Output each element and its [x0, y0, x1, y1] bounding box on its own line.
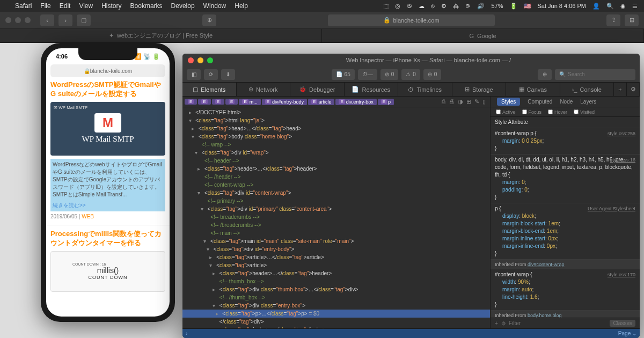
- timeline-indicator[interactable]: ⏱—: [358, 69, 377, 80]
- pseudo-focus[interactable]: Focus: [522, 109, 542, 115]
- sidebar-button[interactable]: ▢: [77, 14, 91, 26]
- article-title[interactable]: WordPressのSMTP認証でGmailやG suiteのメールを設定する: [50, 80, 165, 99]
- user-icon[interactable]: 👤: [592, 3, 600, 10]
- inspector-titlebar[interactable]: Web Inspector — iPhone Xs — Safari — bla…: [182, 54, 640, 67]
- console-prompt[interactable]: › Page ⌄: [182, 328, 640, 338]
- article-excerpt: WordPressなどのwebサイトやブログでGmailやG suiteのメール…: [50, 159, 165, 201]
- dock-button[interactable]: ◧: [187, 69, 201, 80]
- tab-network[interactable]: ⊛Network: [237, 83, 291, 96]
- bluetooth-icon[interactable]: ⁂: [453, 3, 459, 10]
- menu-help[interactable]: Help: [235, 2, 248, 10]
- edit-icon[interactable]: ✎: [474, 98, 479, 105]
- logs-count[interactable]: ⊝0: [423, 69, 442, 80]
- volume-icon[interactable]: 🔊: [477, 3, 485, 10]
- menu-edit[interactable]: Edit: [60, 2, 71, 10]
- close-button[interactable]: [188, 57, 194, 63]
- sync-icon[interactable]: ⑤: [407, 3, 412, 10]
- print-icon[interactable]: 🖨: [449, 98, 455, 105]
- tab-debugger[interactable]: 🐞Debugger: [290, 83, 345, 96]
- backup-icon[interactable]: ⎋: [431, 3, 435, 9]
- crumb[interactable]: E m...: [239, 99, 260, 105]
- styles-rules[interactable]: Style Attributestyle.css:256#content-wra…: [491, 117, 640, 318]
- tab-styles[interactable]: Styles: [497, 98, 520, 106]
- pseudo-visited[interactable]: Visited: [574, 109, 595, 115]
- back-button[interactable]: ‹: [40, 14, 54, 26]
- notification-center-icon[interactable]: ☰: [632, 3, 638, 10]
- dropbox-icon[interactable]: ⬚: [383, 3, 389, 10]
- read-more-link[interactable]: 続きを読む>>: [50, 201, 165, 211]
- article-title[interactable]: Processingでmillis関数を使ってカウントダウンタイマーを作る: [50, 230, 165, 248]
- tab-elements[interactable]: ▢Elements: [182, 83, 237, 96]
- console-chevron-icon: ›: [186, 330, 187, 336]
- tool-icon[interactable]: ⚙: [441, 3, 447, 10]
- add-rule-button[interactable]: +: [495, 320, 498, 326]
- minimize-window[interactable]: [15, 17, 21, 23]
- layout-icon[interactable]: ▯: [482, 98, 486, 105]
- tab-resources[interactable]: 📄Resources: [345, 83, 399, 96]
- share-button[interactable]: ⇪: [606, 14, 620, 26]
- pseudo-hover[interactable]: Hover: [548, 109, 567, 115]
- tab-storage[interactable]: ⊞Storage: [452, 83, 507, 96]
- classes-toggle[interactable]: Classes: [610, 320, 635, 327]
- crumb[interactable]: E: [185, 99, 197, 105]
- iphone-page-content[interactable]: WordPressのSMTP認証でGmailやG suiteのメールを設定する …: [46, 80, 170, 292]
- menu-window[interactable]: Window: [203, 2, 226, 10]
- settings-button[interactable]: ⚙: [627, 83, 640, 96]
- article-thumbnail[interactable]: ✉ WP Mail SMTP M WP Mail SMTP: [50, 102, 165, 156]
- errors-count[interactable]: ⊘0: [380, 69, 399, 80]
- crumb[interactable]: E div.entry-box: [335, 99, 376, 105]
- menu-develop[interactable]: Develop: [171, 2, 195, 10]
- crumb[interactable]: E: [225, 99, 238, 105]
- spotlight-icon[interactable]: 🔍: [606, 3, 614, 10]
- battery-icon[interactable]: 🔋: [510, 3, 517, 10]
- inspect-element-button[interactable]: ⊕: [538, 69, 552, 80]
- zoom-window[interactable]: [25, 17, 31, 23]
- clock[interactable]: Sat Jun 8 4:06 PM: [538, 3, 587, 9]
- zoom-button[interactable]: [207, 57, 213, 63]
- crumb[interactable]: E p: [378, 99, 394, 105]
- warnings-count[interactable]: ⚠0: [401, 69, 420, 80]
- crumb[interactable]: E article: [308, 99, 334, 105]
- iphone-url-bar[interactable]: 🔒 blanche-toile.com: [50, 64, 165, 77]
- paint-icon[interactable]: ◑: [458, 98, 463, 105]
- new-tab-button[interactable]: +: [614, 83, 627, 96]
- app-name[interactable]: Safari: [15, 2, 32, 10]
- wifi-icon[interactable]: ⚞: [465, 3, 471, 10]
- reading-list-icon[interactable]: ⊕: [202, 14, 216, 26]
- forward-button[interactable]: ›: [58, 14, 72, 26]
- pseudo-active[interactable]: Active: [496, 109, 516, 115]
- dom-tree[interactable]: ▸ <!DOCTYPE html> ▾ <class="tag">html la…: [182, 107, 490, 328]
- menu-history[interactable]: History: [101, 2, 121, 10]
- menu-bookmarks[interactable]: Bookmarks: [130, 2, 163, 10]
- minimize-button[interactable]: [197, 57, 203, 63]
- battery-percent[interactable]: 57%: [491, 3, 503, 9]
- reload-button[interactable]: ⟳: [204, 69, 218, 80]
- url-bar[interactable]: 🔒 blanche-toile.com: [328, 14, 495, 26]
- tab-timelines[interactable]: ⏱Timelines: [398, 83, 452, 96]
- search-input[interactable]: 🔍 Search: [555, 69, 635, 80]
- tab-google[interactable]: GGoogle: [322, 29, 644, 42]
- compositing-icon[interactable]: ⊞: [466, 98, 471, 105]
- print-styles-icon[interactable]: ⎙: [442, 98, 445, 105]
- article-thumbnail[interactable]: COUNT DOWN : 16 millis() COUNT DOWN: [50, 251, 165, 292]
- tab-blog[interactable]: ✦webエンジニアのブログ | Free Style: [0, 29, 322, 42]
- tab-layers[interactable]: Layers: [580, 99, 596, 105]
- close-window[interactable]: [5, 17, 11, 23]
- filter-input[interactable]: Filter: [509, 320, 521, 326]
- tab-node[interactable]: Node: [560, 99, 573, 105]
- crumb[interactable]: E div#entry-body: [262, 99, 307, 105]
- menu-file[interactable]: File: [40, 2, 50, 10]
- tab-console[interactable]: ›_Console: [560, 83, 614, 96]
- flag-icon[interactable]: 🇺🇸: [524, 3, 531, 10]
- tab-canvas[interactable]: ▦Canvas: [506, 83, 560, 96]
- creative-cloud-icon[interactable]: ◎: [395, 3, 400, 10]
- tab-computed[interactable]: Computed: [528, 99, 552, 105]
- siri-icon[interactable]: ◉: [620, 3, 626, 10]
- cloud-icon[interactable]: ☁: [419, 3, 425, 10]
- resources-count[interactable]: 📄65: [332, 69, 355, 80]
- crumb[interactable]: E: [212, 99, 224, 105]
- crumb[interactable]: E: [198, 99, 210, 105]
- menu-view[interactable]: View: [79, 2, 93, 10]
- download-button[interactable]: ⬇: [221, 69, 235, 80]
- tabs-button[interactable]: ⊞: [625, 14, 639, 26]
